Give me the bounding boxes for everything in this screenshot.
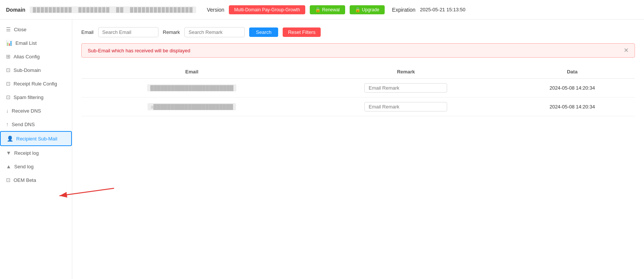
remark-search-input[interactable] [184,27,245,37]
row-0-remark [302,79,509,98]
row-1-remark-input[interactable] [364,102,447,111]
send-dns-label: Send DNS [12,122,35,127]
row-1-email: a███████████████████████ [81,98,302,116]
row-1-email-value: a███████████████████████ [148,103,236,110]
row-0-email-value: ████████████████████████ [147,84,236,91]
version-button[interactable]: Multi-Domain Pay-Group-Growth [229,5,305,14]
sidebar-item-oem[interactable]: ⊡OEM Beta [0,173,72,187]
version-label: Version [207,7,224,13]
search-button[interactable]: Search [249,27,278,37]
sidebar: ☰Close📊Email List⊞Alias Config⊡Sub-Domai… [0,20,72,279]
col-header-remark: Remark [302,65,509,79]
sub-domain-label: Sub-Domain [14,67,41,73]
remark-filter-label: Remark [163,29,180,35]
col-header-email: Email [81,65,302,79]
sidebar-item-alias-config[interactable]: ⊞Alias Config [0,50,72,63]
table-body: ████████████████████████2024-05-08 14:20… [81,79,635,116]
receipt-rule-config-icon: ⊡ [6,81,11,87]
receipt-log-icon: ▼ [6,150,11,156]
col-header-data: Data [510,65,635,79]
sidebar-item-receive-dns[interactable]: ↓Receive DNS [0,104,72,117]
sidebar-item-receipt-rule-config[interactable]: ⊡Receipt Rule Config [0,77,72,90]
sidebar-item-sub-domain[interactable]: ⊡Sub-Domain [0,63,72,77]
email-list-icon: 📊 [6,40,12,46]
sidebar-item-send-dns[interactable]: ↑Send DNS [0,117,72,131]
row-1-remark [302,98,509,116]
table-row: ████████████████████████2024-05-08 14:20… [81,79,635,98]
close-label: Close [14,27,26,32]
domain-value: ██████████ ████████ ██ ████████████████ [30,6,196,13]
email-list-label: Email List [15,40,37,46]
table-header: EmailRemarkData [81,65,635,79]
alias-config-label: Alias Config [14,54,40,59]
renewal-button[interactable]: 🔒 Renewal [310,5,345,14]
send-dns-icon: ↑ [6,121,9,127]
expiration-value: 2025-05-21 15:13:50 [420,7,466,12]
reset-filters-button[interactable]: Reset Filters [283,27,321,37]
receive-dns-label: Receive DNS [12,108,41,114]
sidebar-item-email-list[interactable]: 📊Email List [0,36,72,50]
close-icon: ☰ [6,26,11,32]
domain-label: Domain [6,7,25,13]
filter-bar: Email Remark Search Reset Filters [81,27,635,37]
lock-icon-2: 🔒 [355,7,361,12]
alias-config-icon: ⊞ [6,53,11,59]
oem-label: OEM Beta [14,177,36,183]
content-area: Email Remark Search Reset Filters Sub-Em… [72,20,644,279]
table-row: a███████████████████████2024-05-08 14:20… [81,98,635,116]
spam-filtering-icon: ⊡ [6,94,11,100]
alert-message: Sub-Email which has received will be dis… [88,48,190,53]
receipt-rule-config-label: Receipt Rule Config [14,81,57,87]
oem-icon: ⊡ [6,177,11,183]
row-0-remark-input[interactable] [364,83,447,93]
top-bar: Domain ██████████ ████████ ██ ██████████… [0,0,644,20]
recipient-sub-mail-icon: 👤 [7,136,13,142]
row-0-email: ████████████████████████ [81,79,302,98]
row-1-date: 2024-05-08 14:20:34 [510,98,635,116]
sidebar-item-receipt-log[interactable]: ▼Receipt log [0,146,72,160]
sidebar-item-close[interactable]: ☰Close [0,23,72,36]
send-log-label: Send log [14,164,33,169]
receive-dns-icon: ↓ [6,108,9,114]
alert-close-button[interactable]: ✕ [624,47,629,53]
upgrade-button[interactable]: 🔒 Upgrade [350,5,385,14]
email-filter-label: Email [81,29,94,35]
sidebar-item-spam-filtering[interactable]: ⊡Spam filtering [0,90,72,104]
sub-domain-icon: ⊡ [6,67,11,73]
data-table: EmailRemarkData ████████████████████████… [81,65,635,116]
email-search-input[interactable] [98,27,158,37]
alert-banner: Sub-Email which has received will be dis… [81,43,635,58]
spam-filtering-label: Spam filtering [14,95,43,100]
sidebar-item-send-log[interactable]: ▲Send log [0,160,72,173]
recipient-sub-mail-label: Recipient Sub-Mail [16,136,57,142]
send-log-icon: ▲ [6,163,11,169]
row-0-date: 2024-05-08 14:20:34 [510,79,635,98]
sidebar-item-recipient-sub-mail[interactable]: 👤Recipient Sub-Mail [0,131,72,146]
receipt-log-label: Receipt log [14,150,39,156]
expiration-label: Expiration [392,7,416,13]
lock-icon: 🔒 [315,7,321,12]
